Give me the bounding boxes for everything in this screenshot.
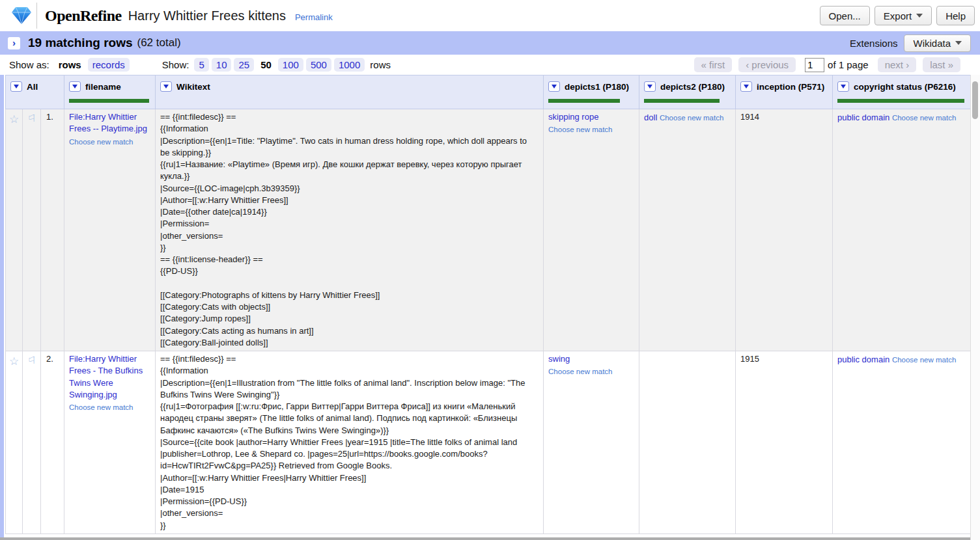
chevron-down-icon (647, 85, 652, 88)
matched-entity-link[interactable]: File:Harry Whittier Frees -- Playtime.jp… (69, 111, 150, 135)
matched-entity-link[interactable]: public domain (837, 112, 889, 124)
column-header-all: All (6, 75, 64, 109)
data-table-area: All filename (0, 75, 980, 540)
show-as-rows-option[interactable]: rows (55, 58, 85, 72)
summary-bar: › 19 matching rows (62 total) Extensions… (0, 31, 980, 55)
pagination-last-button[interactable]: last » (923, 57, 960, 72)
horizontal-scrollbar[interactable] (0, 537, 970, 540)
column-header-copyright-status: copyright status (P6216) (833, 75, 970, 109)
table-header-row: All filename (6, 75, 971, 109)
star-toggle[interactable]: ☆ (6, 109, 23, 351)
help-button[interactable]: Help (936, 6, 975, 25)
open-button-label: Open... (829, 10, 861, 21)
copyright-status-cell: public domain Choose new match (833, 109, 970, 351)
matched-entity-link[interactable]: File:Harry Whittier Frees - The Bufkins … (69, 353, 150, 401)
all-column-menu-button[interactable] (10, 81, 22, 92)
chevron-down-icon (72, 85, 77, 88)
help-button-label: Help (945, 10, 966, 21)
page-size-1000[interactable]: 1000 (334, 58, 365, 72)
extensions-label: Extensions (850, 38, 897, 49)
column-label: All (27, 82, 38, 92)
depicts2-cell: doll Choose new match (639, 109, 736, 351)
page-size-100[interactable]: 100 (278, 58, 303, 72)
filename-column-menu-button[interactable] (69, 81, 81, 92)
permalink-link[interactable]: Permalink (295, 12, 333, 22)
inception-cell[interactable]: 1914 (736, 109, 833, 351)
inception-column-menu-button[interactable] (740, 81, 752, 92)
depicts1-cell: swing Choose new match (544, 351, 639, 534)
chevron-down-icon (744, 85, 749, 88)
reconciliation-progress-bar (69, 99, 149, 103)
column-label: copyright status (P6216) (854, 82, 956, 92)
export-button[interactable]: Export (875, 6, 932, 25)
reconciliation-progress-bar (837, 99, 964, 103)
choose-new-match-link[interactable]: Choose new match (892, 355, 956, 365)
view-options-bar: Show as: rows records Show: 5 10 25 50 1… (0, 55, 980, 75)
wikidata-extension-button[interactable]: Wikidata (904, 34, 971, 52)
column-label: depicts2 (P180) (660, 82, 725, 92)
column-header-wikitext: Wikitext (156, 75, 544, 109)
flag-toggle[interactable]: ⚐ (23, 109, 41, 351)
page-size-50-selected[interactable]: 50 (257, 58, 275, 72)
show-as-records-option[interactable]: records (88, 58, 130, 72)
flag-toggle[interactable]: ⚐ (23, 351, 41, 534)
expand-facet-panel-button[interactable]: › (8, 37, 20, 49)
open-button[interactable]: Open... (820, 6, 870, 25)
app-name: OpenRefine (45, 7, 122, 25)
wikitext-column-menu-button[interactable] (160, 81, 172, 92)
export-button-label: Export (884, 10, 912, 21)
column-label: filename (85, 82, 121, 92)
copyright-status-cell: public domain Choose new match (833, 351, 970, 534)
choose-new-match-link[interactable]: Choose new match (548, 124, 612, 135)
wikitext-value: == {{int:filedesc}} == {{Information |De… (160, 353, 539, 532)
wikitext-cell[interactable]: == {{int:filedesc}} == {{Information |De… (156, 351, 544, 534)
matched-entity-link[interactable]: swing (548, 353, 570, 365)
show-as-label: Show as: (9, 59, 49, 70)
vertical-scrollbar-thumb[interactable] (972, 81, 978, 119)
data-grid: All filename (5, 75, 970, 540)
page-number-input[interactable] (805, 58, 824, 72)
total-rows-count: (62 total) (137, 36, 181, 49)
page-size-unit-label: rows (370, 59, 391, 70)
vertical-scrollbar[interactable] (970, 75, 980, 540)
reconciliation-progress-bar (644, 99, 720, 103)
choose-new-match-link[interactable]: Choose new match (69, 402, 133, 412)
page-of-label: of 1 page (828, 59, 869, 70)
chevron-down-icon (163, 85, 169, 88)
choose-new-match-link[interactable]: Choose new match (69, 137, 133, 147)
matched-entity-link[interactable]: skipping rope (548, 111, 598, 123)
matching-rows-count: 19 matching rows (28, 36, 133, 50)
page-size-5[interactable]: 5 (194, 58, 208, 72)
column-label: Wikitext (176, 82, 210, 92)
chevron-down-icon (841, 85, 846, 88)
row-index: 1. (41, 109, 64, 351)
matched-entity-link[interactable]: public domain (837, 354, 889, 366)
pagination-next-button[interactable]: next › (878, 57, 917, 72)
chevron-down-icon (916, 14, 923, 18)
choose-new-match-link[interactable]: Choose new match (892, 113, 956, 123)
pagination-first-button[interactable]: « first (694, 57, 733, 72)
openrefine-logo-icon[interactable] (10, 5, 33, 26)
depicts2-cell[interactable] (639, 351, 736, 534)
depicts1-column-menu-button[interactable] (548, 81, 560, 92)
star-icon: ☆ (9, 113, 19, 126)
wikitext-cell[interactable]: == {{int:filedesc}} == {{Information |De… (156, 109, 544, 351)
pagination-previous-button[interactable]: ‹ previous (738, 57, 796, 72)
column-header-depicts1: depicts1 (P180) (544, 75, 639, 109)
depicts2-column-menu-button[interactable] (644, 81, 656, 92)
page-size-25[interactable]: 25 (234, 58, 254, 72)
header-divider (36, 3, 37, 29)
choose-new-match-link[interactable]: Choose new match (548, 366, 612, 377)
chevron-down-icon (955, 41, 962, 45)
matched-entity-link[interactable]: doll (644, 112, 657, 124)
star-toggle[interactable]: ☆ (6, 351, 23, 534)
flag-icon: ⚐ (27, 354, 36, 368)
inception-cell[interactable]: 1915 (736, 351, 833, 534)
copyright-status-column-menu-button[interactable] (837, 81, 849, 92)
page-size-10[interactable]: 10 (212, 58, 232, 72)
page-size-500[interactable]: 500 (306, 58, 331, 72)
openrefine-app: OpenRefine Harry Whittier Frees kittens … (0, 0, 980, 540)
wikidata-extension-label: Wikidata (913, 38, 951, 49)
choose-new-match-link[interactable]: Choose new match (660, 113, 723, 123)
project-title: Harry Whittier Frees kittens (128, 8, 286, 23)
